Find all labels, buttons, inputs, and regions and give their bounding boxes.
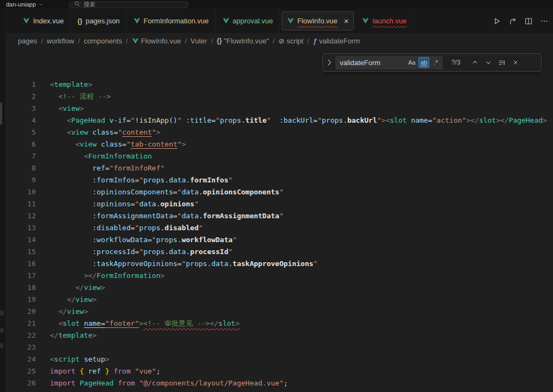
sidebar-fragment (0, 343, 3, 348)
tab-FlowInfo.vue[interactable]: FlowInfo.vue× (282, 11, 354, 30)
find-options: Aaab.* (406, 57, 443, 68)
line-number: 15 (5, 246, 36, 258)
code-line-content[interactable]: ref="formInfoRef" (36, 162, 164, 174)
breadcrumb-item[interactable]: {}"FlowInfo.vue" (217, 37, 269, 45)
search-label: 搜索 (84, 1, 96, 9)
breadcrumb-label: FlowInfo.vue (141, 37, 181, 45)
code-area: 1<template>2 <!-- 流程 -->3 <view>4 <PageH… (5, 48, 553, 389)
line-number: 3 (5, 103, 36, 115)
breadcrumb-item[interactable]: FlowInfo.vue (132, 37, 181, 45)
code-line-content[interactable]: </view> (36, 282, 105, 294)
breadcrumb-item[interactable]: pages (18, 37, 37, 45)
code-line-content[interactable]: ></FormInformation> (36, 270, 164, 282)
code-line-content[interactable]: :disabled="props.disabled" (36, 222, 203, 234)
code-line-content[interactable]: <FormInformation (36, 150, 152, 162)
code-line: 13 :disabled="props.disabled" (5, 222, 553, 234)
toggle-replace-button[interactable] (326, 59, 333, 66)
code-line-content[interactable]: </view> (36, 306, 88, 318)
code-line-content[interactable]: :formInfos="props.data.formInfos" (36, 174, 233, 186)
editor-pane[interactable]: Aaab.* ?/3 1<template>2 <!-- 流程 -->3 <vi… (5, 48, 553, 392)
code-line: 25import { ref } from "vue"; (5, 365, 553, 377)
code-line: 15 :processId="props.data.processId" (5, 246, 553, 258)
vue-icon (287, 17, 294, 24)
line-number: 7 (5, 150, 36, 162)
line-number: 11 (5, 198, 36, 210)
sidebar-fragment (0, 328, 4, 333)
workspace-menu[interactable]: dan-uniapp (3, 1, 46, 8)
code-line-content[interactable]: <template> (36, 79, 92, 91)
match-case-button[interactable]: Aa (406, 57, 417, 68)
vue-icon (223, 17, 230, 24)
breadcrumb-item[interactable]: ⊘script (278, 37, 303, 45)
previous-match-button[interactable] (469, 57, 480, 68)
code-editor-window: dan-uniapp 搜索 Index.vue{}pages.jsonFormI… (0, 0, 553, 392)
next-match-button[interactable] (482, 57, 494, 68)
code-line-content[interactable]: <view class="content"> (36, 127, 161, 138)
code-line-content[interactable]: import PageHead from "@/components/layou… (36, 377, 288, 389)
tab-Index.vue[interactable]: Index.vue (16, 9, 71, 33)
breadcrumb-item[interactable]: Vuter (190, 37, 207, 45)
code-line-content[interactable]: <script setup> (36, 353, 110, 365)
line-number: 26 (5, 377, 36, 389)
code-line-content[interactable]: <view> (36, 103, 84, 115)
sidebar-edge (0, 9, 5, 392)
code-line-content[interactable]: <PageHead v-if="!isInApp()" :title="prop… (36, 115, 547, 127)
find-input[interactable] (335, 59, 406, 67)
breadcrumb-separator: / (273, 37, 275, 45)
code-line: 8 ref="formInfoRef" (5, 162, 553, 174)
find-in-selection-button[interactable] (496, 57, 507, 68)
code-line-content[interactable]: :taskApproveOpinions="props.data.taskApp… (36, 258, 317, 270)
whole-word-button[interactable]: ab (418, 57, 429, 68)
code-line-content[interactable] (36, 342, 50, 353)
line-number: 10 (5, 186, 36, 198)
code-line-content[interactable]: </view> (36, 294, 97, 306)
title-bar: dan-uniapp 搜索 (0, 0, 553, 9)
find-input-box: Aaab.* (335, 56, 443, 69)
code-line-content[interactable]: :workflowData="props.workflowData" (36, 234, 237, 246)
close-tab-button[interactable]: × (344, 17, 349, 25)
line-number: 24 (5, 353, 36, 365)
code-line-content[interactable]: :opinions="data.opinions" (36, 198, 199, 210)
breadcrumb-item[interactable]: components (84, 37, 122, 45)
code-line-content[interactable]: import { ref } from "vue"; (36, 365, 161, 377)
breadcrumb-label: pages (18, 37, 37, 45)
line-number: 17 (5, 270, 36, 282)
open-changes-button[interactable] (506, 14, 519, 28)
code-line-content[interactable]: </template> (36, 330, 97, 342)
tab-bar-tabs: Index.vue{}pages.jsonFormInformation.vue… (16, 9, 414, 33)
chevron-down-icon (39, 2, 43, 7)
line-number: 8 (5, 162, 36, 174)
module-icon: ⊘ (278, 37, 284, 45)
code-line: 21 <slot name="footer"><!-- 审批意见 --></sl… (5, 318, 553, 330)
code-line-content[interactable]: <slot name="footer"><!-- 审批意见 --></slot> (36, 318, 239, 330)
tab-FormInformation.vue[interactable]: FormInformation.vue (127, 9, 216, 33)
sidebar-fragment (0, 311, 4, 315)
breadcrumb-separator: / (78, 37, 80, 45)
code-line: 17 ></FormInformation> (5, 270, 553, 282)
code-line-content[interactable]: :opinionsComponents="data.opinionsCompon… (36, 186, 284, 198)
code-line-content[interactable]: :processId="props.data.processId" (36, 246, 233, 258)
command-center-search[interactable]: 搜索 (69, 1, 188, 8)
split-editor-button[interactable] (522, 14, 535, 28)
code-line: 18 </view> (5, 282, 553, 294)
editor-actions (490, 9, 553, 33)
close-find-button[interactable] (510, 57, 521, 68)
regex-button[interactable]: .* (430, 57, 441, 68)
breadcrumb-separator: / (307, 37, 309, 45)
tab-pages.json[interactable]: {}pages.json (71, 9, 126, 33)
tab-approval.vue[interactable]: approval.vue (216, 9, 280, 33)
line-number: 25 (5, 365, 36, 377)
more-actions-button[interactable] (537, 14, 551, 28)
braces-icon: {} (217, 37, 221, 45)
breadcrumb-label: components (84, 37, 122, 45)
tab-launch.vue[interactable]: launch.vue (355, 9, 414, 33)
code-line-content[interactable]: <view class="tab-content"> (36, 138, 186, 150)
run-button[interactable] (490, 14, 504, 28)
breadcrumb-label: workflow (47, 37, 74, 45)
code-line-content[interactable]: :formAssignmentData="data.formAssignment… (36, 210, 284, 222)
breadcrumb-item[interactable]: ƒvalidateForm (313, 37, 360, 45)
line-number: 22 (5, 330, 36, 342)
code-line: 20 </view> (5, 306, 553, 318)
code-line-content[interactable]: <!-- 流程 --> (36, 91, 111, 103)
breadcrumb-item[interactable]: workflow (47, 37, 74, 45)
